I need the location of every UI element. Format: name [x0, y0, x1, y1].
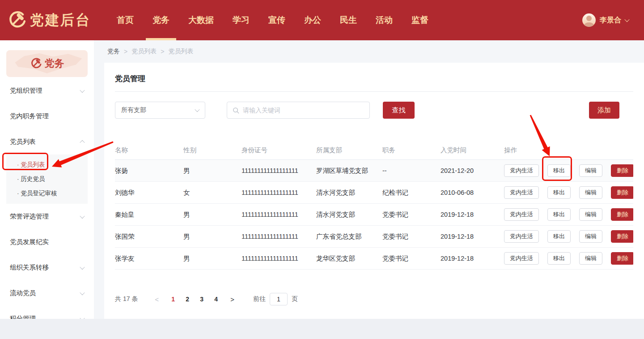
table-row: 张扬男111111111111111111罗湖区草埔党支部--2021-12-2… — [115, 160, 633, 182]
sidebar-item[interactable]: 组织关系转移 — [0, 255, 94, 280]
app-header: 党建后台 首页党务大数据学习宣传办公民生活动监督 李景合 — [0, 0, 644, 40]
party-life-button[interactable]: 党内生活 — [504, 230, 539, 243]
page-number-1[interactable]: 1 — [166, 296, 180, 303]
chevron-down-icon — [195, 107, 199, 112]
page-number-3[interactable]: 3 — [195, 296, 209, 303]
sidebar-item[interactable]: 党组织管理 — [0, 78, 94, 103]
sidebar-item-label: 积分管理 — [10, 314, 36, 319]
search-button[interactable]: 查找 — [383, 102, 415, 119]
sidebar-item[interactable]: 党员列表 — [0, 129, 94, 154]
chevron-down-icon — [80, 87, 85, 92]
search-input[interactable] — [243, 107, 364, 114]
remove-button[interactable]: 移出 — [547, 230, 571, 243]
col-header-gender: 性别 — [183, 146, 242, 154]
delete-button[interactable]: 删除 — [611, 230, 633, 243]
party-life-button[interactable]: 党内生活 — [504, 208, 539, 221]
party-life-button[interactable]: 党内生活 — [504, 252, 539, 265]
nav-item-党务[interactable]: 党务 — [153, 0, 169, 40]
nav-item-办公[interactable]: 办公 — [304, 0, 321, 40]
sidebar-item[interactable]: 党内职务管理 — [0, 103, 94, 129]
cell-join-date: 2019-12-18 — [441, 211, 504, 218]
goto-page-input[interactable] — [270, 293, 288, 305]
cell-position: 党委书记 — [382, 232, 441, 241]
nav-item-监督[interactable]: 监督 — [411, 0, 428, 40]
app-title: 党建后台 — [30, 11, 91, 30]
remove-button[interactable]: 移出 — [547, 164, 571, 177]
breadcrumb-separator: > — [124, 48, 127, 55]
page-number-2[interactable]: 2 — [180, 296, 195, 303]
sidebar-item[interactable]: 荣誉评选管理 — [0, 204, 94, 229]
cell-actions: 党内生活移出编辑删除 — [504, 230, 633, 243]
table-row: 秦始皇男111111111111111111清水河党支部党委书记2019-12-… — [115, 204, 633, 226]
remove-button[interactable]: 移出 — [547, 186, 571, 199]
cell-branch: 清水河党支部 — [316, 210, 382, 219]
add-button[interactable]: 添加 — [589, 102, 619, 119]
delete-button[interactable]: 删除 — [611, 186, 633, 199]
sidebar-item[interactable]: 党员发展纪实 — [0, 229, 94, 255]
cell-gender: 女 — [183, 189, 242, 197]
app-logo: 党建后台 — [7, 0, 91, 40]
edit-button[interactable]: 编辑 — [579, 186, 602, 199]
total-count: 共 17 条 — [115, 295, 138, 303]
delete-button[interactable]: 删除 — [611, 208, 633, 221]
next-page-button[interactable]: > — [230, 296, 234, 303]
cell-gender: 男 — [183, 167, 242, 175]
cell-id-number: 111111111111111111 — [242, 211, 316, 218]
chevron-down-icon — [80, 315, 85, 319]
user-menu[interactable]: 李景合 — [582, 0, 629, 40]
cell-position: 纪检书记 — [382, 189, 441, 197]
edit-button[interactable]: 编辑 — [579, 252, 602, 265]
nav-item-大数据[interactable]: 大数据 — [188, 0, 214, 40]
member-table: 名称 性别 身份证号 所属支部 职务 入党时间 操作 张扬男1111111111… — [115, 141, 633, 270]
prev-page-button[interactable]: < — [155, 296, 159, 303]
delete-button[interactable]: 删除 — [611, 252, 633, 265]
sidebar-subitem[interactable]: 党员列表 — [6, 158, 88, 172]
sidebar: 党务 党组织管理党内职务管理党员列表党员列表历史党员党员登记审核荣誉评选管理党员… — [0, 40, 94, 319]
cell-branch: 广东省党总支部 — [316, 232, 382, 241]
sidebar-item-label: 荣誉评选管理 — [10, 212, 49, 221]
cell-name: 秦始皇 — [115, 210, 183, 219]
cell-id-number: 111111111111111111 — [242, 255, 316, 262]
sidebar-item[interactable]: 积分管理 — [0, 306, 94, 319]
cell-branch: 罗湖区草埔党支部 — [316, 167, 382, 175]
party-life-button[interactable]: 党内生活 — [504, 186, 539, 199]
remove-button[interactable]: 移出 — [547, 252, 571, 265]
edit-button[interactable]: 编辑 — [579, 208, 602, 221]
nav-item-学习[interactable]: 学习 — [233, 0, 250, 40]
chevron-down-icon — [624, 17, 629, 22]
breadcrumb-item[interactable]: 党员列表 — [168, 47, 193, 56]
sidebar-section-title: 党务 — [45, 57, 64, 70]
breadcrumb-item[interactable]: 党务 — [107, 47, 120, 56]
nav-item-宣传[interactable]: 宣传 — [268, 0, 285, 40]
cell-id-number: 111111111111111111 — [242, 233, 316, 240]
col-header-position: 职务 — [382, 146, 441, 154]
sidebar-item[interactable]: 流动党员 — [0, 280, 94, 306]
branch-select[interactable]: 所有支部 — [115, 102, 205, 119]
party-life-button[interactable]: 党内生活 — [504, 164, 539, 177]
avatar — [582, 13, 596, 27]
nav-item-民生[interactable]: 民生 — [340, 0, 357, 40]
cell-join-date: 2019-12-18 — [441, 233, 504, 240]
edit-button[interactable]: 编辑 — [579, 230, 602, 243]
page-number-4[interactable]: 4 — [209, 296, 223, 303]
nav-item-首页[interactable]: 首页 — [117, 0, 134, 40]
cell-join-date: 2019-12-18 — [441, 255, 504, 262]
pagination: 共 17 条 < 1234 > 前往 页 — [115, 293, 633, 305]
sidebar-subitem[interactable]: 历史党员 — [6, 172, 88, 186]
main-nav: 首页党务大数据学习宣传办公民生活动监督 — [107, 0, 438, 40]
remove-button[interactable]: 移出 — [547, 208, 571, 221]
delete-button[interactable]: 删除 — [611, 164, 633, 177]
col-header-name: 名称 — [115, 146, 183, 154]
breadcrumb-item[interactable]: 党员列表 — [131, 47, 157, 56]
cell-gender: 男 — [183, 232, 242, 241]
cell-name: 张国荣 — [115, 232, 183, 241]
edit-button[interactable]: 编辑 — [579, 164, 602, 177]
nav-item-活动[interactable]: 活动 — [376, 0, 393, 40]
chevron-down-icon — [80, 264, 85, 269]
sidebar-subitem[interactable]: 党员登记审核 — [6, 186, 88, 201]
breadcrumb-separator: > — [161, 48, 164, 55]
cell-actions: 党内生活移出编辑删除 — [504, 186, 633, 199]
col-header-id-number: 身份证号 — [242, 146, 316, 154]
cell-join-date: 2010-06-08 — [441, 189, 504, 196]
sidebar-item-label: 党组织管理 — [10, 86, 42, 95]
